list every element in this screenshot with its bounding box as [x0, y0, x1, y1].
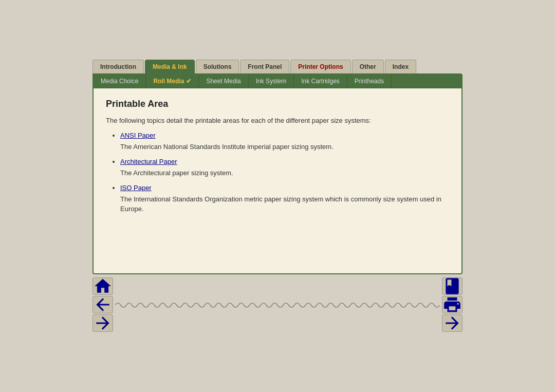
sec-tab-roll-media[interactable]: Roll Media ✔: [146, 74, 199, 88]
print-button[interactable]: [442, 296, 462, 313]
right-nav-buttons: [442, 277, 462, 332]
checkmark-icon: ✔: [186, 78, 191, 85]
tab-index[interactable]: Index: [385, 60, 416, 73]
home-button[interactable]: [92, 277, 113, 295]
sec-tab-media-choice[interactable]: Media Choice: [94, 74, 146, 88]
sec-tab-ink-system[interactable]: Ink System: [249, 74, 294, 88]
tab-solutions[interactable]: Solutions: [196, 60, 239, 73]
arrow-right-2-icon: [442, 313, 462, 333]
topic-list: ANSI Paper The American National Standar…: [120, 130, 449, 214]
back-button[interactable]: [92, 296, 113, 313]
sec-tab-ink-cartridges[interactable]: Ink Cartridges: [294, 74, 347, 88]
sec-tab-printheads[interactable]: Printheads: [347, 74, 392, 88]
book-icon: [442, 276, 462, 296]
contents-button[interactable]: [442, 277, 462, 295]
forward-right-button[interactable]: [442, 314, 462, 332]
app-container: Introduction Media & Ink Solutions Front…: [92, 60, 462, 333]
forward-left-button[interactable]: [92, 314, 113, 332]
ansi-paper-desc: The American National Standards Institut…: [120, 142, 449, 152]
sec-tab-sheet-media[interactable]: Sheet Media: [199, 74, 248, 88]
list-item: Architectural Paper The Architectural pa…: [120, 157, 449, 178]
intro-text: The following topics detail the printabl…: [106, 116, 449, 126]
home-icon: [93, 276, 113, 296]
secondary-navigation: Media Choice Roll Media ✔ Sheet Media In…: [94, 74, 461, 88]
tab-front-panel[interactable]: Front Panel: [240, 60, 289, 73]
list-item: ANSI Paper The American National Standar…: [120, 130, 449, 152]
top-navigation: Introduction Media & Ink Solutions Front…: [92, 60, 462, 73]
left-nav-buttons: [92, 277, 113, 332]
architectural-paper-link[interactable]: Architectural Paper: [120, 158, 177, 165]
tab-media-ink[interactable]: Media & Ink: [145, 60, 195, 73]
architectural-paper-desc: The Architectural paper sizing system.: [120, 168, 449, 178]
spiral-decoration: [115, 277, 440, 333]
tab-introduction[interactable]: Introduction: [92, 60, 144, 73]
iso-paper-link[interactable]: ISO Paper: [120, 184, 152, 192]
back-icon: [93, 295, 113, 314]
main-content-area: Media Choice Roll Media ✔ Sheet Media In…: [92, 73, 462, 274]
content-body: Printable Area The following topics deta…: [94, 88, 461, 273]
list-item: ISO Paper The International Standards Or…: [120, 183, 449, 214]
printer-icon: [442, 295, 462, 314]
arrow-right-icon: [93, 313, 113, 333]
page-title: Printable Area: [106, 99, 449, 109]
spiral-line: [115, 300, 440, 310]
iso-paper-desc: The International Standards Organization…: [120, 194, 449, 214]
tab-printer-options[interactable]: Printer Options: [290, 60, 350, 73]
bottom-navigation: [92, 277, 462, 333]
ansi-paper-link[interactable]: ANSI Paper: [120, 132, 156, 139]
tab-other[interactable]: Other: [352, 60, 384, 73]
